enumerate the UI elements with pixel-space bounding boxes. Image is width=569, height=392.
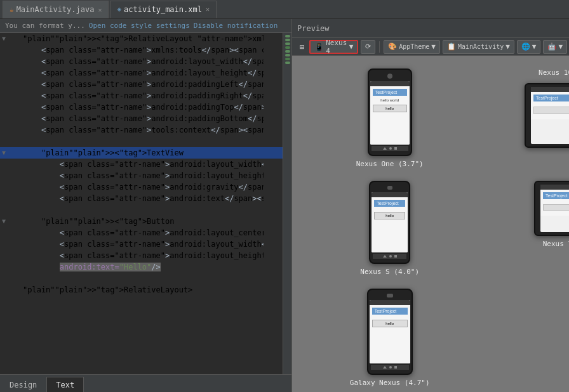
line-number <box>8 159 20 170</box>
design-tab[interactable]: Design <box>0 377 46 392</box>
fold-icon[interactable] <box>0 250 8 261</box>
scroll-marker <box>285 35 290 37</box>
line-content: <span class="attr-name">android:paddingT… <box>20 101 264 113</box>
layout-type-icon[interactable]: ⊞ <box>297 41 307 53</box>
line-number <box>8 193 20 204</box>
line-number <box>8 44 20 56</box>
dropdown-arrow: ▼ <box>431 42 436 51</box>
text-tab-label: Text <box>56 381 74 389</box>
line-content: <span class="attr-name">xmlns:tools</spa… <box>20 44 264 56</box>
tab-activity-xml[interactable]: ◈ activity_main.xml ✕ <box>110 1 216 18</box>
line-number <box>8 204 20 216</box>
fold-icon[interactable] <box>0 273 8 284</box>
scroll-marker <box>285 46 290 49</box>
scrollbar[interactable] <box>283 33 291 374</box>
editor-panel: You can format y... Open code style sett… <box>0 19 292 392</box>
tab-main-activity[interactable]: ☕ MainActivity.java ✕ <box>3 1 109 18</box>
fold-icon[interactable] <box>0 181 8 193</box>
theme-selector[interactable]: 🎨 AppTheme ▼ <box>384 40 440 54</box>
text-tab[interactable]: Text <box>46 377 84 392</box>
nexus-7-mockup: TestProject <box>534 181 569 236</box>
main-content: You can format y... Open code style sett… <box>0 19 569 392</box>
fold-icon[interactable] <box>0 159 8 170</box>
fold-icon[interactable] <box>0 284 8 296</box>
code-line <box>0 273 283 284</box>
orientation-btn[interactable]: ⟳ <box>361 40 375 54</box>
code-line: <span class="attr-name">tools:context</s… <box>0 124 283 136</box>
fold-icon[interactable] <box>0 204 8 216</box>
fold-icon[interactable] <box>0 238 8 250</box>
fold-icon[interactable] <box>0 67 8 79</box>
line-number <box>8 124 20 136</box>
java-file-icon: ☕ <box>10 6 14 14</box>
nav-recent <box>394 255 397 258</box>
line-content: <span class="attr-name">android:paddingL… <box>20 79 264 90</box>
fold-icon[interactable] <box>0 193 8 204</box>
fold-icon[interactable] <box>0 90 8 101</box>
fold-icon[interactable] <box>0 261 8 273</box>
line-number <box>8 273 20 284</box>
code-line: <span class="attr-name">android:layout_h… <box>0 250 283 261</box>
activity-icon: 📋 <box>447 42 456 51</box>
line-content: <span class="attr-name">android:layout_w… <box>20 159 264 170</box>
open-code-style-link[interactable]: Open code style settings <box>89 22 190 30</box>
code-line: <span class="attr-name">android:layout_h… <box>0 67 283 79</box>
tab-label: activity_main.xml <box>124 5 202 14</box>
line-number <box>8 33 20 44</box>
line-number <box>8 101 20 113</box>
preview-toolbar: Preview ⚙ › <box>292 19 569 38</box>
code-line: <span class="attr-name">android:paddingB… <box>0 113 283 124</box>
line-content: "plain""plain">><"tag">RelativeLayout "a… <box>20 33 264 44</box>
activity-selector[interactable]: 📋 MainActivity ▼ <box>443 40 514 54</box>
device-nexus-one: TestProject hello world hello Nexus One … <box>305 69 474 168</box>
device-selector[interactable]: 📱 Nexus 4 ▼ <box>309 40 358 54</box>
device-label: Nexus 4 <box>326 39 347 55</box>
fold-icon[interactable] <box>0 124 8 136</box>
line-number <box>8 90 20 101</box>
bottom-tabs: Design Text <box>0 374 291 392</box>
nexus-s-mockup: TestProject hello <box>369 181 410 264</box>
code-line: ▼ "plain""plain">><"tag">Button <box>0 216 283 227</box>
fold-icon[interactable] <box>0 136 8 147</box>
empty-cell <box>487 289 569 387</box>
line-number <box>8 67 20 79</box>
fold-icon[interactable]: ▼ <box>0 216 8 227</box>
close-tab-icon[interactable]: ✕ <box>98 6 102 13</box>
android-btn[interactable]: 🤖 ▼ <box>543 40 567 54</box>
fold-icon[interactable] <box>0 113 8 124</box>
line-content <box>20 204 264 216</box>
app-hello-button: hello <box>372 320 408 327</box>
fold-icon[interactable] <box>0 170 8 181</box>
disable-notification-link[interactable]: Disable notification <box>194 22 278 30</box>
fold-icon[interactable]: ▼ <box>0 147 8 159</box>
code-editor[interactable]: ▼"plain""plain">><"tag">RelativeLayout "… <box>0 33 283 374</box>
fold-icon[interactable] <box>0 101 8 113</box>
fold-icon[interactable]: ▼ <box>0 33 8 44</box>
code-line: <span class="attr-name">android:layout_w… <box>0 238 283 250</box>
language-btn[interactable]: 🌐 ▼ <box>517 40 541 54</box>
device-label: Galaxy Nexus (4.7") <box>350 379 430 387</box>
scroll-marker <box>285 58 290 60</box>
line-content: <span class="attr-name">tools:context</s… <box>20 124 264 136</box>
app-hello-text: hello world <box>373 98 407 102</box>
line-number <box>8 170 20 181</box>
dropdown-arrow: ▼ <box>558 42 563 51</box>
globe-icon: 🌐 <box>521 42 530 51</box>
fold-icon[interactable] <box>0 227 8 238</box>
fold-icon[interactable] <box>0 79 8 90</box>
close-tab-icon[interactable]: ✕ <box>206 6 210 13</box>
nav-back <box>383 255 387 258</box>
nav-recent <box>394 147 397 150</box>
nav-home <box>389 366 392 369</box>
line-number <box>8 261 20 273</box>
dropdown-arrow: ▼ <box>505 42 510 51</box>
preview-content: TestProject hello world hello Nexus One … <box>292 56 569 392</box>
nav-back <box>383 366 387 369</box>
line-number <box>8 216 20 227</box>
code-line: <span class="attr-name">android:layout_c… <box>0 227 283 238</box>
notification-text: You can format y... <box>5 22 85 30</box>
galaxy-nexus-mockup: TestProject hello <box>367 289 413 375</box>
fold-icon[interactable] <box>0 44 8 56</box>
fold-icon[interactable] <box>0 56 8 67</box>
xml-file-icon: ◈ <box>117 5 121 13</box>
